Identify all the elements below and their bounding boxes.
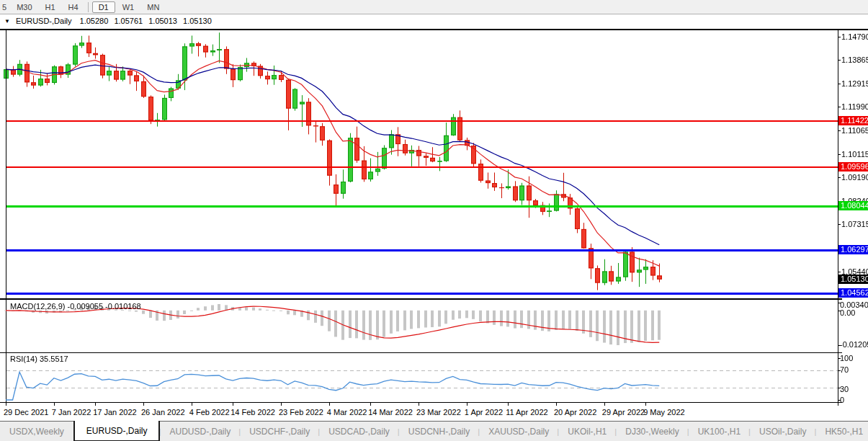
date-axis-label: 26 Jan 2022: [141, 408, 185, 416]
level-price-label: 1.04562: [838, 288, 868, 298]
date-axis-label: 4 Feb 2022: [189, 408, 230, 416]
date-axis-label: 4 Mar 2022: [327, 408, 367, 416]
price-tick-label: 1.11065: [841, 126, 868, 135]
tab-usoil-daily[interactable]: USOil-,Daily: [750, 422, 815, 441]
date-axis-label: 14 Feb 2022: [231, 408, 275, 416]
tab-usdcad-daily[interactable]: USDCAD-,Daily: [319, 422, 399, 441]
date-axis-label: 7 Jan 2022: [52, 408, 91, 416]
macd-panel-title: MACD(12,26,9) -0.009055 -0.010168: [10, 302, 141, 311]
tab-ukoil-h1[interactable]: UKOil-,H1: [558, 422, 616, 441]
date-axis-label: 1 Apr 2022: [465, 408, 503, 416]
rsi-label: RSI(14): [10, 355, 37, 363]
price-tick-label: 1.09190: [841, 173, 868, 182]
tab-uk100-h1[interactable]: UK100-,H1: [689, 422, 750, 441]
date-axis-label: 23 Mar 2022: [416, 408, 461, 416]
tab-eurusd-daily[interactable]: EURUSD-,Daily: [73, 421, 161, 441]
level-price-label: 1.09596: [838, 162, 868, 172]
price-tick-label: 1.12915: [841, 79, 868, 88]
price-tick-label: 1.11990: [841, 102, 868, 111]
tab-hk50-h1[interactable]: HK50-,H1: [815, 422, 868, 441]
rsi-panel-title: RSI(14) 35.5517: [10, 355, 68, 363]
ohlc-values: 1.05280 1.05761 1.05013 1.05130: [76, 17, 212, 25]
date-axis-label: 20 Apr 2022: [554, 408, 596, 416]
macd-axis-zero-label: 0.00: [840, 308, 868, 317]
date-axis-label: 29 Dec 2021: [4, 408, 48, 416]
timeframe-button-h4[interactable]: H4: [63, 2, 84, 12]
price-tick-label: 1.13865: [841, 55, 868, 64]
chart-symbol-title: EURUSD-,Daily: [16, 17, 72, 25]
date-axis-label: 17 Jan 2022: [93, 408, 137, 416]
tab-usdcnh-daily[interactable]: USDCNH-,Daily: [399, 422, 479, 441]
level-price-label: 1.06297: [838, 245, 868, 254]
date-axis-label: 29 Apr 2022: [602, 408, 645, 416]
mt4-window: 5M30H1H4D1W1MN ▼ EURUSD-,Daily 1.05280 1…: [0, 0, 868, 441]
macd-axis-min-label: -0.012058: [840, 340, 868, 349]
symbol-tab-bar: USDX,WeeklyEURUSD-,DailyAUDUSD-,DailyUSD…: [0, 421, 868, 441]
date-axis: 29 Dec 20217 Jan 202217 Jan 202226 Jan 2…: [0, 406, 838, 421]
symbol-dropdown-icon[interactable]: ▼: [4, 18, 10, 24]
toolbar-divider: [88, 2, 89, 12]
tab-usdx-weekly[interactable]: USDX,Weekly: [0, 422, 73, 441]
timeframe-button-mn[interactable]: MN: [141, 2, 165, 12]
tab-dj30-weekly[interactable]: DJ30-,Weekly: [616, 422, 688, 441]
rsi-axis-label: 0: [840, 396, 868, 404]
tab-audusd-daily[interactable]: AUDUSD-,Daily: [160, 422, 240, 441]
macd-main-value: -0.009055: [67, 302, 103, 311]
rsi-axis-label: 70: [840, 365, 868, 374]
timeframe-button-d1[interactable]: D1: [92, 1, 115, 13]
high-value: 1.05761: [114, 17, 143, 25]
price-tick-label: 1.14790: [841, 32, 868, 41]
date-axis-label: 23 Feb 2022: [279, 408, 323, 416]
macd-signal-value: -0.010168: [105, 302, 141, 311]
level-price-label: 1.08044: [838, 201, 868, 210]
timeframe-button-5[interactable]: 5: [1, 2, 9, 12]
date-axis-label: 9 May 2022: [643, 408, 684, 416]
timeframe-button-h1[interactable]: H1: [40, 2, 61, 12]
open-value: 1.05280: [80, 17, 109, 25]
timeframe-button-m30[interactable]: M30: [11, 2, 37, 12]
price-tick-label: 1.07315: [841, 220, 868, 228]
timeframe-button-w1[interactable]: W1: [117, 2, 140, 12]
rsi-axis-label: 100: [840, 354, 868, 362]
low-value: 1.05013: [148, 17, 177, 25]
price-tick-label: 1.10115: [841, 150, 868, 159]
tab-xauusd-daily[interactable]: XAUUSD-,Daily: [479, 422, 558, 441]
chart-title-bar: ▼ EURUSD-,Daily 1.05280 1.05761 1.05013 …: [0, 14, 868, 30]
chart-canvas[interactable]: [0, 30, 868, 406]
timeframe-toolbar: 5M30H1H4D1W1MN: [0, 0, 868, 14]
rsi-axis-label: 30: [840, 385, 868, 393]
date-axis-label: 14 Mar 2022: [368, 408, 413, 416]
level-price-label: 1.11422: [838, 116, 868, 125]
date-axis-label: 11 Apr 2022: [506, 408, 548, 416]
close-value: 1.05130: [183, 17, 212, 25]
current-price-label: 1.05130: [838, 275, 868, 284]
tab-usdchf-daily[interactable]: USDCHF-,Daily: [240, 422, 319, 441]
macd-label: MACD(12,26,9): [10, 302, 65, 311]
rsi-value: 35.5517: [40, 355, 68, 363]
